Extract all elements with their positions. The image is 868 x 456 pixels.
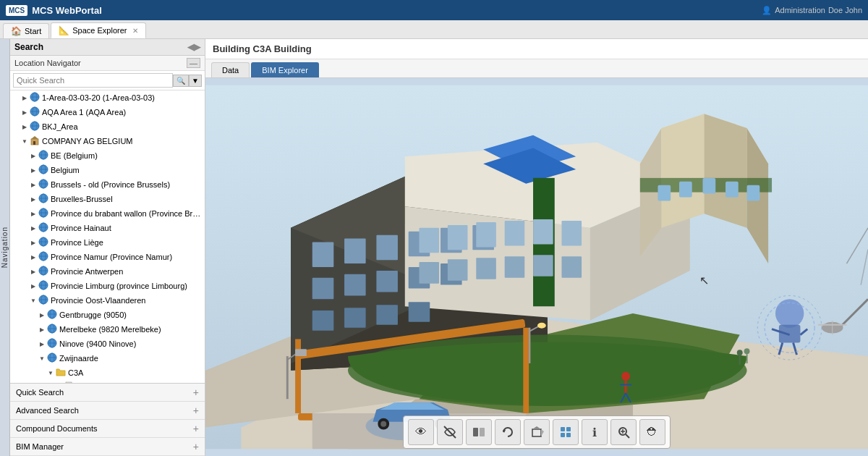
tree-item[interactable]: ▶Province du brabant wallon (Province Br… [10, 206, 205, 221]
expand-collapse-icon[interactable]: ◀▶ [187, 42, 200, 52]
tree-item[interactable]: ▶Ninove (9400 Ninove) [10, 337, 205, 351]
svg-rect-126 [376, 271, 398, 292]
tree-item[interactable]: ▶Province Namur (Province Namur) [10, 250, 205, 264]
quick-search-panel[interactable]: Quick Search + [10, 384, 205, 402]
tree-toggle-icon[interactable]: ▶ [29, 182, 38, 188]
tree-item[interactable]: ▼Provincie Oost-Vlaanderen [10, 293, 205, 308]
tree-toggle-icon[interactable]: ▶ [20, 124, 29, 130]
svg-rect-187 [473, 428, 478, 436]
tree-toggle-icon[interactable]: ▶ [29, 211, 38, 217]
tree-item[interactable]: ▶Provincie Limburg (province Limbourg) [10, 279, 205, 293]
nav-strip: Navigation [0, 39, 10, 456]
tab-data[interactable]: Data [211, 62, 250, 77]
tab-bim-explorer[interactable]: BIM Explorer [251, 62, 319, 77]
tree-toggle-icon[interactable]: ▶ [29, 283, 38, 290]
tree-item[interactable]: ▶Province Hainaut [10, 221, 205, 235]
tree-item[interactable]: ▶BE (Belgium) [10, 148, 205, 163]
content-title: Building C3A Building [213, 43, 312, 54]
tree-toggle-icon[interactable]: ▼ [20, 138, 29, 145]
tree-item-label: Bruxelles-Brussel [51, 195, 113, 203]
svg-rect-144 [561, 256, 582, 278]
nav-label: Navigation [1, 227, 9, 268]
tree-toggle-icon[interactable]: ▼ [29, 297, 38, 304]
tree-toggle-icon[interactable]: ▶ [29, 269, 38, 275]
tree-item[interactable]: ▶Provincie Antwerpen [10, 264, 205, 279]
tree-item-label: Provincie Limburg (province Limbourg) [51, 282, 187, 290]
tree-toggle-icon[interactable]: ▶ [29, 196, 38, 203]
tree-toggle-icon[interactable]: ▶ [38, 312, 46, 318]
tab-close-btn[interactable]: ✕ [132, 27, 138, 35]
tabbar: 🏠 Start 📐 Space Explorer ✕ [0, 20, 868, 39]
tab-start[interactable]: 🏠 Start [3, 23, 49, 38]
box-select-btn[interactable] [524, 419, 550, 445]
explode-btn[interactable] [553, 419, 579, 445]
tree-item[interactable]: ▶Gentbrugge (9050) [10, 308, 205, 322]
advanced-search-panel[interactable]: Advanced Search + [10, 402, 205, 420]
advanced-search-expand-icon[interactable]: + [193, 405, 199, 416]
tree-item[interactable]: ▶1-Area-03-03-20 (1-Area-03-03) [10, 90, 205, 105]
admin-label[interactable]: Administration [775, 6, 825, 14]
bim-manager-expand-icon[interactable]: + [193, 441, 199, 452]
tree-toggle-icon[interactable]: ▶ [20, 95, 29, 101]
svg-marker-107 [661, 114, 704, 228]
svg-rect-194 [566, 427, 571, 431]
svg-rect-111 [658, 185, 671, 201]
quick-search-expand-icon[interactable]: + [193, 387, 199, 398]
svg-point-158 [621, 372, 630, 381]
tree-toggle-icon[interactable]: ▶ [29, 153, 38, 159]
search-dropdown-btn[interactable]: ▼ [189, 75, 202, 87]
svg-marker-192 [541, 429, 544, 436]
view-hide-btn[interactable] [437, 419, 463, 445]
view-show-btn[interactable]: 👁 [408, 419, 434, 445]
tree-item[interactable]: ▶Province Liège [10, 235, 205, 250]
svg-rect-137 [533, 219, 553, 244]
tree-item[interactable]: ▶Brussels - old (Province Brussels) [10, 177, 205, 192]
tree-node-icon [46, 338, 58, 350]
content-tabs: Data BIM Explorer [205, 59, 868, 78]
rotate-btn[interactable] [495, 419, 521, 445]
tree-toggle-icon[interactable]: ▶ [20, 109, 29, 116]
tree-toggle-icon[interactable]: ▼ [38, 355, 46, 362]
location-nav-minimize[interactable]: — [187, 58, 200, 68]
zoom-btn[interactable] [610, 419, 637, 445]
tree-toggle-icon[interactable]: ▶ [29, 225, 38, 232]
svg-rect-183 [295, 349, 307, 356]
bim-manager-panel[interactable]: BIM Manager + [10, 438, 205, 456]
tree-item[interactable]: ▼COMPANY AG BELGIUM [10, 134, 205, 148]
tree-item[interactable]: ▼C3A [10, 366, 205, 380]
svg-point-155 [380, 421, 386, 427]
tree-toggle-icon[interactable]: ▶ [29, 240, 38, 246]
tree-item[interactable]: ▶BKJ_Area [10, 119, 205, 134]
search-button[interactable]: 🔍 [173, 75, 189, 87]
info-btn[interactable]: ℹ [582, 419, 608, 445]
compound-docs-panel[interactable]: Compound Documents + [10, 420, 205, 438]
compound-docs-label: Compound Documents [16, 424, 98, 433]
tab-space-explorer[interactable]: 📐 Space Explorer ✕ [51, 22, 146, 38]
tree-item-label: BKJ_Area [42, 122, 78, 131]
tree-toggle-icon[interactable]: ▼ [46, 370, 55, 376]
tree-toggle-icon[interactable]: ▶ [38, 326, 46, 333]
tree-container[interactable]: ▶1-Area-03-03-20 (1-Area-03-03)▶AQA Area… [10, 90, 205, 383]
bim-viewport[interactable]: ↖ 👁 [205, 78, 868, 456]
tree-item-label: Province Hainaut [51, 224, 111, 232]
tree-toggle-icon[interactable]: ▶ [29, 167, 38, 174]
tree-node-icon [46, 352, 58, 364]
tree-toggle-icon[interactable]: ▶ [29, 254, 38, 261]
tree-item[interactable]: ▶AQA Area 1 (AQA Area) [10, 105, 205, 119]
location-nav-icons: — [187, 58, 200, 68]
svg-rect-139 [419, 262, 439, 284]
tree-item-label: Gentbrugge (9050) [59, 311, 127, 319]
building-3d-view [205, 78, 868, 456]
helmet-btn[interactable]: ⛑ [639, 419, 665, 445]
topbar: MCS MCS WebPortal 👤 Administration Doe J… [0, 0, 868, 20]
compound-docs-expand-icon[interactable]: + [193, 423, 199, 434]
tree-item[interactable]: ▶Bruxelles-Brussel [10, 192, 205, 206]
user-name: Doe John [828, 6, 862, 14]
tree-item[interactable]: ▼Zwijnaarde [10, 351, 205, 366]
svg-line-198 [626, 434, 629, 438]
tree-item[interactable]: ▶Merelbeke (9820 Merelbeke) [10, 322, 205, 337]
search-input[interactable] [13, 73, 173, 88]
tree-item[interactable]: ▶Belgium [10, 163, 205, 177]
panel-toggle-btn[interactable] [466, 419, 492, 445]
tree-toggle-icon[interactable]: ▶ [38, 341, 46, 347]
